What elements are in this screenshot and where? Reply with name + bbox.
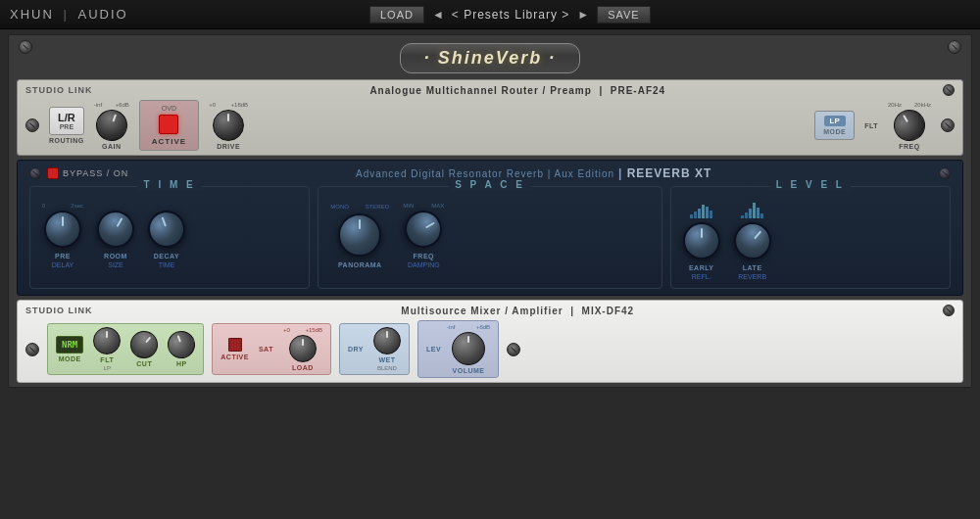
active-label: ACTIVE (152, 137, 186, 146)
mix-mode-display: NRM (56, 336, 83, 354)
drive-min: +0 (209, 102, 216, 108)
mix-load-label: LOAD (292, 364, 314, 371)
load-button[interactable]: LOAD (369, 6, 424, 24)
pre-device-header: Analogue Multichannel Router / Preamp | … (369, 85, 665, 96)
screw-pre-left (25, 118, 39, 132)
freq-damping-sublabel: DAMPING (408, 261, 440, 268)
panorama-group: MONO STEREO PANORAMA (330, 204, 389, 268)
mix-green-section: NRM MODE FLT LP CUT HP (47, 323, 204, 375)
gain-min: -inf (94, 102, 102, 108)
bypass-button[interactable]: BYPASS / ON (47, 167, 128, 179)
freq-damping-min: MIN (403, 203, 414, 209)
routing-button[interactable]: L/R PRE (49, 107, 84, 135)
drive-group: +0 +18dB DRIVE (209, 102, 248, 150)
freq-damping-group: MIN MAX FREQ DAMPING (403, 203, 444, 268)
mix-volume-knob[interactable] (452, 332, 485, 365)
drive-knob[interactable] (213, 110, 244, 141)
active-button[interactable] (159, 115, 178, 134)
screw-mix-right2 (507, 343, 520, 356)
late-reverb-group: LATE REVERB (734, 203, 771, 280)
drive-max: +18dB (231, 102, 249, 108)
freq-knob[interactable] (888, 104, 931, 147)
active-section: OVD ACTIVE (139, 100, 199, 151)
load-prev-arrow[interactable]: ◄ (432, 8, 444, 22)
early-refl-sublabel: REFL. (692, 273, 711, 280)
screw-pre-right2 (941, 118, 955, 132)
mix-sat-group: SAT (259, 346, 273, 353)
mix-blend-knob[interactable] (373, 327, 401, 354)
mix-active-label: ACTIVE (220, 354, 249, 360)
mix-lp-group: FLT LP (93, 327, 121, 371)
mix-hp-knob[interactable] (164, 327, 199, 362)
space-knobs: MONO STEREO PANORAMA MIN MAX FREQ (330, 203, 649, 268)
mode-lp-badge: LP (824, 116, 846, 126)
room-size-group: ROOM SIZE (97, 211, 134, 268)
routing-group: L/R PRE ROUTING (49, 107, 84, 144)
gain-label: GAIN (102, 143, 122, 150)
pre-delay-sublabel: DELAY (52, 261, 74, 268)
vol-max: +6dB (476, 324, 490, 330)
pre-delay-group: 0 2sec PRE DELAY (42, 203, 83, 268)
reverb-device-name: REEVERB XT (627, 166, 712, 180)
screw-top-right (948, 40, 961, 54)
mode-lp-section: LP MODE (814, 111, 855, 140)
panorama-knob[interactable] (338, 213, 381, 257)
decay-time-knob[interactable] (143, 206, 191, 254)
mix-lev-label: LEV (426, 346, 441, 353)
mix-dry-label: DRY (348, 346, 364, 353)
time-group-title: T I M E (138, 179, 202, 190)
freq-label: FREQ (899, 143, 919, 150)
gain-max: +6dB (116, 102, 129, 108)
reverb-level-group: L E V E L EARLY (670, 186, 951, 289)
mix-volume-group: -inf +6dB VOLUME (447, 324, 490, 374)
reverb-section: BYPASS / ON Advanced Digital Resonator R… (17, 160, 963, 296)
decay-time-group: DECAY TIME (148, 211, 185, 268)
reverb-controls: T I M E 0 2sec PRE DELAY (29, 186, 951, 289)
routing-label: ROUTING (49, 137, 84, 144)
reverb-device-header: Advanced Digital Resonator Reverb | Aux … (356, 166, 711, 180)
mix-volume-label: VOLUME (453, 367, 485, 374)
screw-mix-left (25, 343, 39, 356)
drive-label: DRIVE (217, 143, 240, 150)
mix-lp-label: LP (104, 365, 111, 371)
mix-lp-knob[interactable] (93, 327, 121, 354)
pre-delay-label: PRE (55, 253, 71, 260)
mix-load-knob[interactable] (289, 335, 317, 362)
top-bar-center: LOAD ◄ < Presets Library > ► SAVE (369, 6, 651, 24)
pre-af24-controls: L/R PRE ROUTING -inf +6dB GAIN OVD ACTIV… (25, 100, 955, 151)
flt-label-group: FLT (864, 122, 878, 129)
screw-rev-right (939, 167, 951, 179)
mix-controls: NRM MODE FLT LP CUT HP (25, 320, 955, 378)
plugin-title-bar: · ShineVerb · (9, 35, 971, 79)
mix-wet-label: WET (378, 356, 395, 363)
freq-damping-max: MAX (431, 203, 444, 209)
save-next-arrow[interactable]: ► (577, 8, 589, 22)
time-knobs: 0 2sec PRE DELAY ROOM SIZE (42, 203, 297, 268)
early-refl-knob[interactable] (683, 222, 720, 260)
presets-label[interactable]: < Presets Library > (452, 8, 569, 22)
mix-blend-section: DRY WET BLEND (339, 323, 410, 375)
room-size-label: ROOM (104, 253, 127, 260)
mix-cut-knob[interactable] (125, 325, 164, 363)
ovd-label: OVD (162, 105, 176, 112)
pre-delay-knob[interactable] (44, 211, 81, 248)
room-size-knob[interactable] (90, 204, 141, 255)
screw-pre-right (943, 84, 955, 96)
freq-damping-knob[interactable] (398, 204, 449, 255)
pre-af24-section: STUDIO LINK Analogue Multichannel Router… (17, 79, 963, 156)
gain-knob[interactable] (91, 105, 131, 145)
vol-min: -inf (447, 324, 455, 330)
save-button[interactable]: SAVE (597, 6, 651, 24)
bypass-led (47, 167, 59, 179)
freq-group: 20Hz 20kHz FREQ (888, 102, 931, 150)
mix-hp-group: HP (168, 331, 195, 367)
late-reverb-sublabel: REVERB (738, 273, 766, 280)
reverb-time-group: T I M E 0 2sec PRE DELAY (29, 186, 310, 289)
logo-audio: AUDIO (77, 7, 127, 22)
freq-max: 20kHz (914, 102, 931, 108)
late-reverb-knob[interactable] (726, 214, 779, 267)
bypass-label: BYPASS / ON (63, 168, 128, 178)
routing-lr: L/R (58, 112, 75, 123)
mix-active-button[interactable] (228, 338, 242, 352)
mix-cut-label: CUT (136, 360, 152, 367)
